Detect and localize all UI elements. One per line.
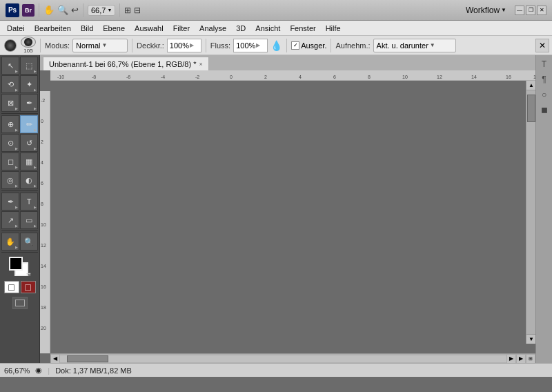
menu-3d[interactable]: 3D	[232, 23, 250, 34]
zoom-tool[interactable]: 🔍	[20, 233, 38, 251]
title-tool1[interactable]: ✋	[43, 5, 55, 15]
quick-mask[interactable]: □	[21, 281, 36, 293]
ausger-checkbox[interactable]: ✓ Ausger.	[291, 41, 326, 50]
cancel-icon[interactable]: ✕	[535, 39, 549, 52]
tab-label: Unbenannt-1 bei 66,7% (Ebene 1, RGB/8) *	[49, 60, 196, 68]
modus-label: Modus:	[45, 41, 70, 50]
aufnehm-label: Aufnehm.:	[335, 41, 370, 50]
tool-sep	[1, 113, 38, 114]
aufnehm-dropdown[interactable]: Akt. u. darunter ▼	[373, 39, 456, 52]
menu-datei[interactable]: Datei	[3, 23, 29, 34]
magic-wand-tool[interactable]: ✦▶	[20, 75, 38, 93]
shape-tool[interactable]: ▭▶	[20, 211, 38, 229]
canvas-area: Unbenannt-1 bei 66,7% (Ebene 1, RGB/8) *…	[40, 55, 535, 363]
eraser-tool[interactable]: ◻▶	[1, 153, 19, 170]
resize-corner[interactable]: ⊞	[526, 354, 535, 364]
modus-dropdown[interactable]: Normal ▼	[72, 39, 128, 52]
title-tool2[interactable]: 🔍	[57, 5, 68, 15]
menu-analyse[interactable]: Analyse	[195, 23, 230, 34]
br-icon[interactable]: Br	[22, 4, 34, 17]
color-wrapper: ⇄	[8, 255, 32, 277]
tab-close-button[interactable]: ×	[199, 61, 202, 68]
tool-row: ⊠▶ ✒▶	[1, 94, 38, 112]
vscroll-thumb[interactable]	[527, 95, 535, 122]
menu-hilfe[interactable]: Hilfe	[322, 23, 345, 34]
close-button[interactable]: ✕	[537, 6, 546, 15]
lasso-tool[interactable]: ⟲▶	[1, 75, 19, 93]
top-ruler: -10 -8 -6 -4 -2 0 2 4 6 8 10 12 14 16 18	[50, 70, 535, 81]
selection-tool[interactable]: ⬚▶	[20, 57, 38, 75]
titlebar: Ps Br ✋ 🔍 ↩ 66,7 ▼ ⊞ ⊟ Workflow ▼ — ❐ ✕	[0, 0, 552, 21]
zoom-control[interactable]: 66,7 ▼	[88, 5, 115, 16]
color-swatches: ⇄	[1, 254, 38, 279]
history-brush-tool[interactable]: ↺▶	[20, 134, 38, 152]
hand-tool[interactable]: ✋▶	[1, 233, 19, 251]
view-icon[interactable]: ⊟	[134, 6, 141, 15]
move-tool[interactable]: ↖▶	[1, 57, 19, 75]
panel-circle-icon[interactable]: ○	[538, 88, 551, 101]
healing-brush-tool[interactable]: ⊕▶	[1, 115, 19, 133]
tool-row: ⊙▶ ↺▶	[1, 134, 38, 152]
tool-row: ◎▶ ◐▶	[1, 171, 38, 189]
blur-tool[interactable]: ◎▶	[1, 171, 19, 189]
layout-icon[interactable]: ⊞	[124, 6, 131, 15]
left-ruler: -2 0 2 4 6 8 10 12 14 16 18 20	[40, 91, 50, 353]
titlebar-right: Workflow ▼ — ❐ ✕	[466, 6, 546, 15]
path-select-tool[interactable]: ↗▶	[1, 211, 19, 229]
vscroll-down[interactable]: ▼	[526, 334, 535, 344]
vscrollbar[interactable]: ▲ ▼	[526, 81, 535, 344]
panel-para-icon[interactable]: ¶	[538, 73, 551, 86]
type-tool[interactable]: T▶	[20, 193, 38, 210]
tool-icon	[3, 38, 18, 53]
zoom-status: 66,67%	[4, 366, 30, 375]
panel-text-icon[interactable]: T	[538, 58, 551, 70]
hscroll-thumb[interactable]	[67, 355, 108, 362]
scroll-extra-btn[interactable]: ▶	[506, 354, 516, 364]
top-ruler-inner: -10 -8 -6 -4 -2 0 2 4 6 8 10 12 14 16 18	[50, 70, 535, 80]
fg-color-swatch[interactable]	[9, 257, 23, 271]
menubar: Datei Bearbeiten Bild Ebene Auswahl Filt…	[0, 21, 552, 36]
menu-bearbeiten[interactable]: Bearbeiten	[30, 23, 75, 34]
crop-tool[interactable]: ⊠▶	[1, 94, 19, 112]
scroll-content: -2 0 2 4 6 8 10 12 14 16 18 20	[40, 81, 535, 353]
deckkr-label: Deckkr.:	[137, 41, 164, 50]
gradient-tool[interactable]: ▦▶	[20, 153, 38, 170]
pen-tool[interactable]: ✒▶	[1, 193, 19, 210]
workflow-button[interactable]: Workflow ▼	[466, 6, 506, 15]
menu-fenster[interactable]: Fenster	[286, 23, 319, 34]
fluss-value[interactable]: 100% ▶	[233, 39, 268, 52]
airbrush-icon[interactable]: 💧	[270, 40, 282, 51]
hscroll-right[interactable]: ▶	[516, 354, 526, 364]
ausger-check[interactable]: ✓	[291, 41, 299, 50]
menu-ebene[interactable]: Ebene	[99, 23, 129, 34]
ps-icon[interactable]: Ps	[6, 3, 19, 17]
sep3	[206, 39, 206, 52]
hscroll-left[interactable]: ◀	[50, 354, 60, 364]
normal-mode[interactable]: □	[4, 281, 19, 293]
hscroll-track[interactable]	[60, 355, 506, 362]
tool-row: ◻▶ ▦▶	[1, 153, 38, 170]
menu-auswahl[interactable]: Auswahl	[130, 23, 168, 34]
deckkr-value[interactable]: 100% ▶	[167, 39, 201, 52]
vscroll-up[interactable]: ▲	[526, 81, 535, 90]
menu-filter[interactable]: Filter	[169, 23, 194, 34]
screen-mode[interactable]	[12, 297, 28, 309]
stamp-tool[interactable]: ⊙▶	[1, 134, 19, 152]
sep2	[132, 39, 132, 52]
restore-button[interactable]: ❐	[526, 6, 535, 15]
hscrollbar: ◀ ▶ ▶ ⊞	[50, 353, 535, 363]
minimize-button[interactable]: —	[515, 6, 524, 15]
main-area: ↖▶ ⬚▶ ⟲▶ ✦▶ ⊠▶ ✒▶ ⊕▶ ✏▶ ⊙▶ ↺▶ ◻▶ ▦▶ ◎▶ ◐…	[0, 55, 552, 363]
menu-ansicht[interactable]: Ansicht	[251, 23, 284, 34]
menu-bild[interactable]: Bild	[77, 23, 97, 34]
title-tool3[interactable]: ↩	[71, 5, 79, 15]
document-tab[interactable]: Unbenannt-1 bei 66,7% (Ebene 1, RGB/8) *…	[43, 57, 209, 70]
eyedropper-tool[interactable]: ✒▶	[20, 94, 38, 112]
swap-colors-icon[interactable]: ⇄	[26, 271, 31, 277]
brush-size-display[interactable]: 105	[21, 37, 36, 54]
brush-tool[interactable]: ✏▶	[20, 115, 38, 133]
dodge-tool[interactable]: ◐▶	[20, 171, 38, 189]
panel-layers-icon[interactable]: ◼	[538, 104, 551, 116]
zoom-arrow: ▼	[107, 8, 112, 12]
status-indicator[interactable]: ◉	[35, 366, 42, 375]
